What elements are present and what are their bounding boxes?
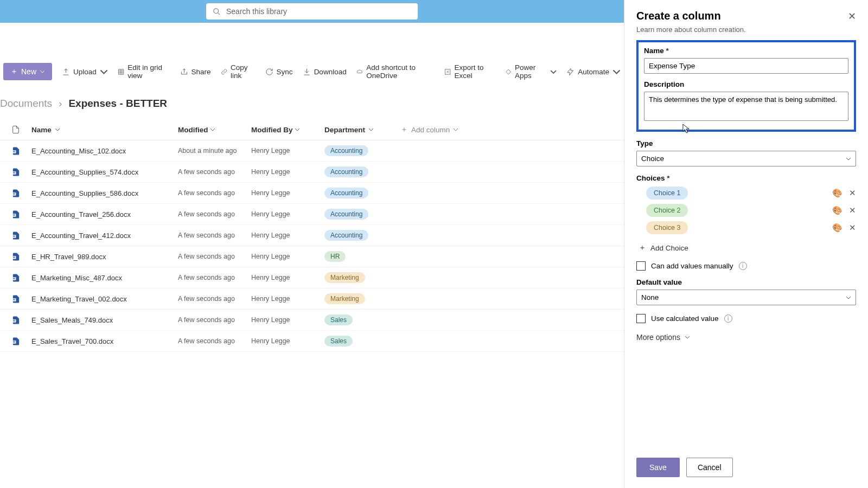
table-row[interactable]: WE_Accounting_Supplies_574.docxA few sec… <box>0 162 624 183</box>
file-name: E_Marketing_Travel_002.docx <box>31 295 178 303</box>
cancel-button[interactable]: Cancel <box>686 458 733 477</box>
modified-by: Henry Legge <box>251 295 324 303</box>
download-button[interactable]: Download <box>303 68 347 76</box>
table-row[interactable]: WE_Accounting_Travel_256.docxA few secon… <box>0 204 624 225</box>
file-name: E_Sales_Travel_700.docx <box>31 337 178 345</box>
svg-text:W: W <box>12 277 15 280</box>
powerapps-icon <box>505 68 512 76</box>
add-choice-button[interactable]: ＋ Add Choice <box>639 243 856 253</box>
table-row[interactable]: WE_HR_Travel_989.docxA few seconds agoHe… <box>0 246 624 267</box>
department-cell: Accounting <box>324 166 400 177</box>
table-row[interactable]: WE_Sales_Meals_749.docxA few seconds ago… <box>0 310 624 331</box>
modified-date: A few seconds ago <box>178 274 251 281</box>
svg-text:W: W <box>12 171 15 174</box>
file-icon: W <box>0 294 31 304</box>
remove-choice-button[interactable]: ✕ <box>849 188 856 198</box>
choice-chip[interactable]: Choice 2 <box>646 204 688 217</box>
svg-text:W: W <box>12 214 15 216</box>
modified-by: Henry Legge <box>251 232 324 239</box>
description-input[interactable] <box>644 92 848 121</box>
choice-item: Choice 3🎨✕ <box>646 221 856 234</box>
default-value-select[interactable]: None <box>636 290 856 305</box>
sync-icon <box>265 68 273 76</box>
upload-button[interactable]: Upload <box>62 68 108 76</box>
onedrive-icon <box>356 68 363 76</box>
remove-choice-button[interactable]: ✕ <box>849 206 856 215</box>
department-cell: Accounting <box>324 230 400 241</box>
chevron-right-icon: › <box>59 98 62 110</box>
name-label: Name <box>644 47 848 55</box>
table-row[interactable]: WE_Marketing_Misc_487.docxA few seconds … <box>0 267 624 288</box>
file-icon: W <box>0 146 31 156</box>
name-input[interactable] <box>644 58 848 74</box>
palette-icon[interactable]: 🎨 <box>832 188 843 198</box>
chevron-down-icon <box>612 68 621 76</box>
palette-icon[interactable]: 🎨 <box>832 206 843 215</box>
column-name[interactable]: Name <box>31 126 178 134</box>
breadcrumb-root[interactable]: Documents <box>0 98 52 110</box>
more-options-toggle[interactable]: More options <box>636 333 856 342</box>
department-cell: Accounting <box>324 145 400 156</box>
file-name: E_Accounting_Supplies_586.docx <box>31 189 178 197</box>
department-cell: Accounting <box>324 188 400 198</box>
file-name: E_Marketing_Misc_487.docx <box>31 274 178 282</box>
upload-icon <box>62 68 70 76</box>
file-name: E_Accounting_Travel_412.docx <box>31 232 178 240</box>
column-modified-by[interactable]: Modified By <box>251 126 324 134</box>
add-column-button[interactable]: ＋Add column <box>400 125 487 134</box>
sync-button[interactable]: Sync <box>265 68 293 76</box>
share-button[interactable]: Share <box>180 68 211 76</box>
excel-icon <box>444 68 451 76</box>
calculated-value-checkbox[interactable] <box>636 314 646 323</box>
choice-chip[interactable]: Choice 3 <box>646 221 688 234</box>
svg-text:W: W <box>12 235 15 237</box>
table-row[interactable]: WE_Sales_Travel_700.docxA few seconds ag… <box>0 331 624 352</box>
modified-date: A few seconds ago <box>178 168 251 176</box>
type-label: Type <box>636 139 856 147</box>
modified-date: A few seconds ago <box>178 316 251 324</box>
svg-text:W: W <box>12 319 15 322</box>
powerapps-button[interactable]: Power Apps <box>505 63 557 80</box>
modified-by: Henry Legge <box>251 316 324 324</box>
close-button[interactable]: ✕ <box>848 10 856 22</box>
copy-link-button[interactable]: Copy link <box>221 63 256 80</box>
search-icon <box>213 8 221 16</box>
modified-date: A few seconds ago <box>178 337 251 345</box>
type-select[interactable]: Choice <box>636 151 856 166</box>
table-row[interactable]: WE_Marketing_Travel_002.docxA few second… <box>0 288 624 310</box>
excel-button[interactable]: Export to Excel <box>444 63 495 80</box>
shortcut-button[interactable]: Add shortcut to OneDrive <box>356 63 435 80</box>
table-row[interactable]: WE_Accounting_Travel_412.docxA few secon… <box>0 225 624 246</box>
edit-grid-button[interactable]: Edit in grid view <box>118 63 170 80</box>
info-icon[interactable]: i <box>724 314 732 323</box>
info-icon[interactable]: i <box>739 262 747 270</box>
manual-values-checkbox[interactable] <box>636 261 646 271</box>
modified-date: A few seconds ago <box>178 189 251 197</box>
breadcrumb: Documents › Expenses - BETTER <box>0 82 624 119</box>
department-cell: Marketing <box>324 293 400 304</box>
new-button[interactable]: ＋ New <box>3 63 52 80</box>
automate-button[interactable]: Automate <box>566 68 621 76</box>
column-department[interactable]: Department <box>324 126 400 134</box>
choice-chip[interactable]: Choice 1 <box>646 187 688 200</box>
department-cell: Sales <box>324 336 400 346</box>
chevron-down-icon <box>55 127 60 132</box>
file-icon: W <box>0 316 31 325</box>
palette-icon[interactable]: 🎨 <box>832 223 843 233</box>
search-placeholder: Search this library <box>226 7 287 16</box>
remove-choice-button[interactable]: ✕ <box>849 223 856 233</box>
search-input[interactable]: Search this library <box>206 3 418 20</box>
column-modified[interactable]: Modified <box>178 126 251 134</box>
file-icon: W <box>0 168 31 177</box>
table-row[interactable]: WE_Accounting_Misc_102.docxAbout a minut… <box>0 140 624 162</box>
file-name: E_Accounting_Misc_102.docx <box>31 147 178 155</box>
chevron-down-icon <box>295 127 300 132</box>
grid-icon <box>118 68 124 76</box>
save-button[interactable]: Save <box>636 458 680 477</box>
panel-title: Create a column <box>636 10 721 22</box>
modified-by: Henry Legge <box>251 274 324 281</box>
table-row[interactable]: WE_Accounting_Supplies_586.docxA few sec… <box>0 183 624 204</box>
learn-more-link[interactable]: Learn more about column creation. <box>636 25 856 34</box>
svg-text:W: W <box>12 150 15 153</box>
column-file-icon[interactable] <box>0 125 31 134</box>
